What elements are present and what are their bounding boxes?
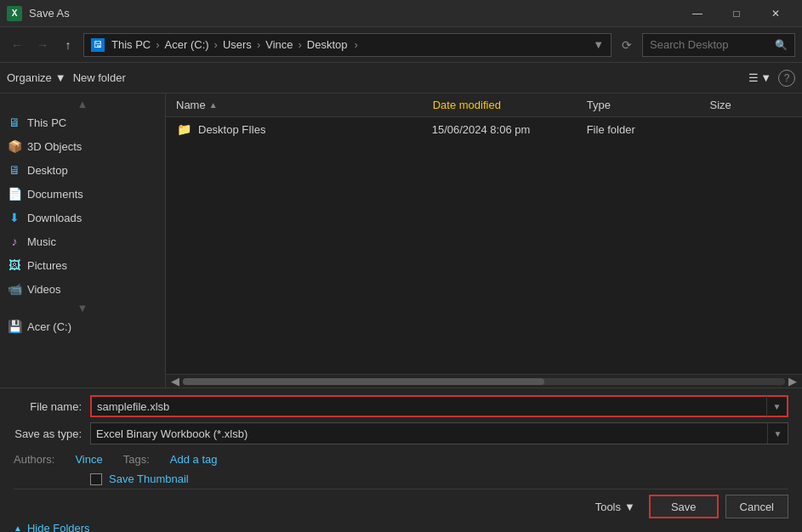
file-list-header: Name ▲ Date modified Type Size (166, 93, 802, 117)
cancel-button[interactable]: Cancel (725, 495, 788, 518)
thispc-icon: 🖥 (7, 115, 22, 130)
thumbnail-row: Save Thumbnail (14, 469, 788, 489)
path-dropdown-arrow[interactable]: › (355, 38, 358, 51)
music-icon: ♪ (7, 234, 22, 249)
refresh-button[interactable]: ⟳ (617, 35, 637, 55)
hide-folders-label: Hide Folders (27, 522, 90, 532)
window-controls: — □ ✕ (678, 0, 795, 27)
sidebar-item-thispc[interactable]: 🖥 This PC (0, 110, 165, 134)
back-button[interactable]: ← (7, 35, 27, 55)
saveastype-row: Save as type: Excel Binary Workbook (*.x… (14, 422, 788, 444)
path-segment-acerc[interactable]: Acer (C:) (165, 38, 209, 51)
view-icon: ☰ (748, 71, 759, 84)
sidebar-label-acerc: Acer (C:) (27, 320, 71, 333)
saveastype-dropdown-button[interactable]: ▼ (767, 423, 788, 444)
file-type-cell: File folder (587, 123, 708, 136)
scroll-left-button[interactable]: ◀ (168, 375, 183, 388)
3dobjects-icon: 📦 (7, 139, 22, 154)
path-segment-thispc[interactable]: This PC (111, 38, 151, 51)
acerc-icon: 💾 (7, 319, 22, 334)
documents-icon: 📄 (7, 186, 22, 201)
column-name[interactable]: Name ▲ (176, 99, 433, 111)
search-icon: 🔍 (775, 39, 788, 51)
filename-label: File name: (14, 400, 90, 413)
file-list: 📁 Desktop FIles 15/06/2024 8:06 pm File … (166, 117, 802, 374)
sidebar-item-downloads[interactable]: ⬇ Downloads (0, 206, 165, 229)
column-type[interactable]: Type (587, 99, 710, 111)
authors-value[interactable]: Vince (75, 453, 102, 466)
address-path[interactable]: 🖫 This PC › Acer (C:) › Users › Vince › … (83, 33, 611, 57)
maximize-button[interactable]: □ (717, 0, 756, 27)
hide-folders-bar[interactable]: ▲ Hide Folders (14, 518, 788, 532)
sidebar-item-desktop[interactable]: 🖥 Desktop (0, 158, 165, 182)
save-thumbnail-checkbox[interactable] (90, 473, 102, 485)
organize-button[interactable]: Organize ▼ (7, 71, 66, 84)
tags-label: Tags: (123, 453, 150, 466)
scrollbar-track[interactable] (183, 378, 785, 385)
save-button[interactable]: Save (649, 495, 719, 518)
view-dropdown-icon: ▼ (760, 71, 771, 84)
sidebar-item-documents[interactable]: 📄 Documents (0, 182, 165, 206)
scrollbar-thumb[interactable] (183, 378, 544, 385)
app-icon: X (7, 6, 22, 21)
sidebar-scroll-up[interactable]: ▲ (0, 97, 165, 110)
sidebar-item-3dobjects[interactable]: 📦 3D Objects (0, 134, 165, 158)
meta-row: Authors: Vince Tags: Add a tag (14, 450, 788, 469)
horizontal-scrollbar[interactable]: ◀ ▶ (166, 374, 802, 388)
path-segment-desktop[interactable]: Desktop (307, 38, 348, 51)
scroll-right-button[interactable]: ▶ (785, 375, 800, 388)
tools-label: Tools (595, 501, 621, 513)
table-row[interactable]: 📁 Desktop FIles 15/06/2024 8:06 pm File … (166, 117, 802, 141)
filename-row: File name: ▼ (14, 395, 788, 417)
downloads-icon: ⬇ (7, 210, 22, 225)
sidebar-item-music[interactable]: ♪ Music (0, 229, 165, 253)
sidebar-label-3dobjects: 3D Objects (27, 140, 82, 153)
organize-label: Organize (7, 71, 52, 84)
tools-button[interactable]: Tools ▼ (589, 497, 642, 517)
up-button[interactable]: ↑ (58, 35, 78, 55)
sidebar-label-thispc: This PC (27, 116, 66, 129)
toolbar: Organize ▼ New folder ☰ ▼ ? (0, 63, 802, 93)
action-bar: Tools ▼ Save Cancel (14, 489, 788, 518)
view-button[interactable]: ☰ ▼ (748, 71, 771, 84)
forward-button[interactable]: → (32, 35, 53, 55)
column-date-modified[interactable]: Date modified (433, 99, 587, 111)
search-input[interactable] (650, 38, 775, 51)
sidebar-item-pictures[interactable]: 🖼 Pictures (0, 253, 165, 277)
path-segment-users[interactable]: Users (223, 38, 252, 51)
sidebar-item-acerc[interactable]: 💾 Acer (C:) (0, 314, 165, 338)
folder-icon: 📁 (176, 122, 191, 137)
saveastype-value[interactable]: Excel Binary Workbook (*.xlsb) (91, 427, 767, 440)
sidebar-scroll-down[interactable]: ▼ (0, 301, 165, 314)
filename-input-wrapper: ▼ (90, 395, 788, 417)
path-expand-icon[interactable]: ▼ (593, 38, 604, 51)
sidebar-label-pictures: Pictures (27, 259, 67, 272)
main-content: ▲ 🖥 This PC 📦 3D Objects 🖥 Desktop 📄 Doc… (0, 93, 802, 388)
pictures-icon: 🖼 (7, 258, 22, 273)
tags-add[interactable]: Add a tag (170, 453, 218, 466)
saveastype-select-wrapper: Excel Binary Workbook (*.xlsb) ▼ (90, 422, 788, 444)
help-button[interactable]: ? (778, 70, 795, 87)
path-segment-vince[interactable]: Vince (265, 38, 293, 51)
sidebar-label-videos: Videos (27, 283, 61, 296)
file-area: Name ▲ Date modified Type Size 📁 Desktop… (166, 93, 802, 388)
search-box[interactable]: 🔍 (642, 33, 795, 57)
sidebar-label-downloads: Downloads (27, 212, 82, 224)
filename-input[interactable] (92, 400, 766, 413)
close-button[interactable]: ✕ (756, 0, 795, 27)
sidebar-label-desktop: Desktop (27, 164, 68, 177)
title-bar: X Save As — □ ✕ (0, 0, 802, 27)
address-controls: ⟳ (617, 35, 637, 55)
save-thumbnail-label[interactable]: Save Thumbnail (109, 473, 189, 485)
filename-dropdown-button[interactable]: ▼ (766, 396, 787, 416)
bottom-panel: File name: ▼ Save as type: Excel Binary … (0, 388, 802, 532)
file-date-cell: 15/06/2024 8:06 pm (432, 123, 583, 136)
sidebar-item-videos[interactable]: 📹 Videos (0, 277, 165, 301)
this-pc-icon: 🖫 (91, 38, 105, 52)
new-folder-button[interactable]: New folder (73, 71, 126, 84)
column-date-label: Date modified (433, 99, 501, 111)
toolbar-right: ☰ ▼ ? (748, 70, 795, 87)
videos-icon: 📹 (7, 281, 22, 297)
column-size[interactable]: Size (709, 99, 792, 111)
minimize-button[interactable]: — (678, 0, 717, 27)
